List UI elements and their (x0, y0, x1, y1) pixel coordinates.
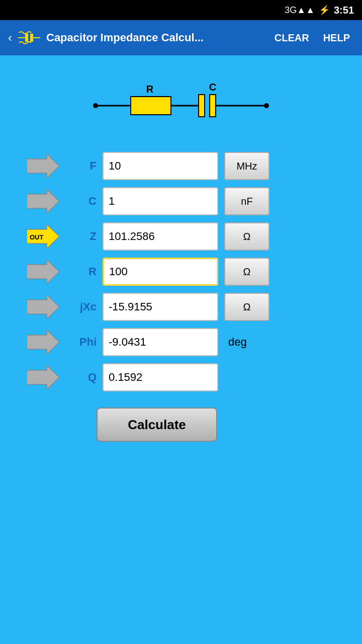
battery-icon: ⚡ (319, 5, 330, 16)
svg-marker-19 (27, 295, 59, 319)
svg-text:C: C (209, 82, 216, 93)
input-Q[interactable] (103, 363, 218, 391)
arrow-R (25, 259, 60, 284)
label-Z: Z (66, 230, 97, 243)
arrow-Z-out: OUT (25, 224, 60, 249)
unit-text-Phi: deg (228, 336, 247, 349)
label-Q: Q (66, 371, 97, 384)
form-area: F MHz C nF OUT Z (15, 151, 347, 442)
svg-rect-9 (210, 95, 216, 117)
status-bar: 3G▲▲ ⚡ 3:51 (0, 0, 362, 20)
arrow-C (25, 189, 60, 214)
input-R[interactable] (103, 258, 218, 286)
unit-btn-F[interactable]: MHz (224, 152, 269, 180)
svg-marker-21 (27, 365, 59, 389)
input-F[interactable] (103, 152, 218, 180)
app-title: Capacitor Impedance Calcul... (46, 31, 264, 44)
app-bar: ‹ Capacitor Impedance Calcul... CLEAR HE… (0, 20, 362, 55)
svg-text:R: R (146, 84, 154, 95)
row-C: C nF (25, 186, 269, 216)
label-Phi: Phi (66, 336, 97, 349)
unit-btn-R[interactable]: Ω (224, 258, 269, 286)
label-F: F (66, 159, 97, 173)
row-R: R Ω (25, 257, 269, 287)
svg-rect-2 (25, 34, 28, 42)
label-R: R (66, 265, 97, 278)
svg-marker-14 (27, 154, 59, 178)
arrow-jXc (25, 294, 60, 319)
arrow-Q (25, 365, 60, 390)
app-icon (18, 29, 40, 47)
label-C: C (66, 195, 97, 208)
input-Z[interactable] (103, 222, 218, 251)
input-Phi[interactable] (103, 328, 218, 356)
row-Q: Q (25, 362, 218, 392)
main-content: R C F MHz (0, 55, 362, 644)
unit-btn-Z[interactable]: Ω (224, 222, 269, 251)
svg-text:OUT: OUT (30, 233, 44, 241)
svg-point-13 (264, 103, 269, 108)
row-Phi: Phi deg (25, 327, 247, 357)
circuit-svg: R C (90, 70, 272, 136)
clear-button[interactable]: CLEAR (270, 30, 313, 46)
back-button[interactable]: ‹ (8, 31, 12, 45)
unit-btn-jXc[interactable]: Ω (224, 293, 269, 321)
time-display: 3:51 (334, 5, 354, 16)
svg-marker-18 (27, 260, 59, 284)
svg-rect-5 (131, 97, 171, 115)
svg-point-12 (93, 103, 98, 108)
row-F: F MHz (25, 151, 269, 181)
row-jXc: jXc Ω (25, 292, 269, 322)
svg-rect-3 (30, 34, 33, 42)
row-Z: OUT Z Ω (25, 221, 269, 252)
svg-marker-15 (27, 189, 59, 213)
svg-marker-20 (27, 330, 59, 354)
arrow-Phi (25, 330, 60, 355)
circuit-diagram: R C (15, 70, 347, 136)
label-jXc: jXc (66, 300, 97, 313)
calculate-button[interactable]: Calculate (97, 408, 217, 442)
input-jXc[interactable] (103, 293, 218, 321)
network-signal-icon: 3G▲▲ (285, 5, 315, 16)
unit-btn-C[interactable]: nF (224, 187, 269, 215)
help-button[interactable]: HELP (319, 30, 354, 46)
input-C[interactable] (103, 187, 218, 215)
svg-rect-8 (199, 95, 205, 117)
arrow-F (25, 153, 60, 179)
